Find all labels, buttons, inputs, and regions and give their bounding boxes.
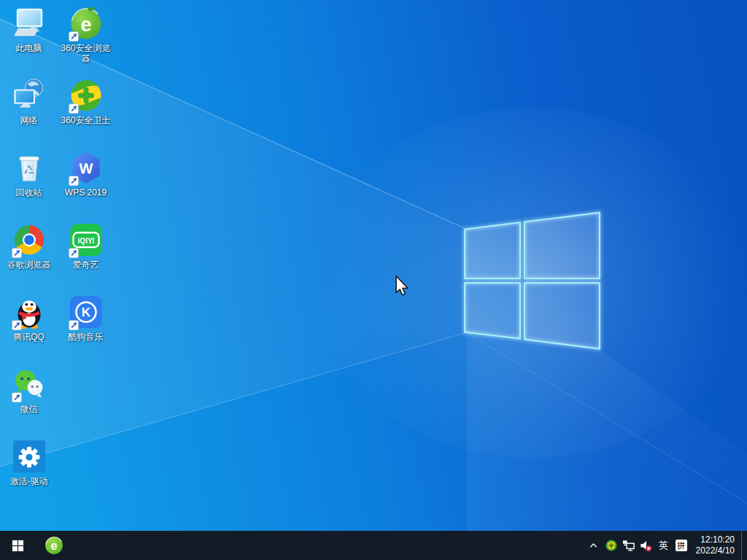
ethernet-network-icon xyxy=(622,539,635,553)
desktop-icon-wechat[interactable]: 微信 xyxy=(1,365,57,436)
network-icon xyxy=(12,78,47,113)
svg-text:e: e xyxy=(80,14,91,36)
icon-label: 微信 xyxy=(20,404,38,414)
icon-label: 谷歌浏览器 xyxy=(7,260,51,270)
chevron-up-icon xyxy=(588,540,599,551)
360-shield-icon xyxy=(605,539,618,552)
taskbar: e xyxy=(0,531,747,560)
ime-language-label: 英 xyxy=(659,539,668,552)
icon-label: 爱奇艺 xyxy=(73,260,99,270)
shortcut-arrow-badge xyxy=(69,31,79,42)
shortcut-arrow-badge xyxy=(12,248,22,258)
svg-text:iQIYI: iQIYI xyxy=(77,237,94,245)
icon-label: 360安全浏览器 xyxy=(59,43,113,63)
desktop-icon-network[interactable]: 网络 xyxy=(1,77,57,147)
desktop-icon-recycle-bin[interactable]: 回收站 xyxy=(1,149,57,219)
tray-network-button[interactable] xyxy=(620,531,638,560)
desktop-icon-kugou-music[interactable]: K 酷狗音乐 xyxy=(58,293,114,364)
desktop-icon-area: 此电脑 e 360安全浏览器 xyxy=(0,0,747,531)
ime-language-indicator[interactable]: 英 xyxy=(655,531,673,560)
icon-label: 激活-驱动 xyxy=(10,476,48,486)
shortcut-arrow-badge xyxy=(12,320,22,330)
speaker-muted-icon xyxy=(639,539,653,553)
hidden-icons-button[interactable] xyxy=(585,531,603,560)
taskbar-empty-area xyxy=(73,531,585,560)
360-browser-icon: e xyxy=(44,536,63,555)
shortcut-arrow-badge xyxy=(69,176,79,186)
taskbar-clock[interactable]: 12:10:20 2022/4/10 xyxy=(690,531,741,560)
desktop-icon-iqiyi[interactable]: iQIYI 爱奇艺 xyxy=(58,221,114,292)
desktop-icon-tencent-qq[interactable]: 腾讯QQ xyxy=(1,293,57,364)
icon-label: 酷狗音乐 xyxy=(69,332,104,342)
svg-text:e: e xyxy=(50,539,57,552)
this-pc-icon xyxy=(12,6,47,41)
desktop-icon-360-browser[interactable]: e 360安全浏览器 xyxy=(58,4,114,75)
icon-label: 网络 xyxy=(20,115,38,125)
icon-label: WPS 2019 xyxy=(65,187,107,198)
start-button[interactable] xyxy=(0,531,35,560)
desktop-icon-360-safe[interactable]: 360安全卫士 xyxy=(58,77,114,147)
icon-label: 此电脑 xyxy=(16,43,42,53)
shortcut-arrow-badge xyxy=(69,320,79,330)
desktop-icon-wps-2019[interactable]: W WPS 2019 xyxy=(58,149,114,219)
tray-360-safety-button[interactable] xyxy=(603,531,620,560)
ime-pinyin-label: 拼 xyxy=(676,540,687,551)
recycle-bin-icon xyxy=(12,150,47,185)
desktop-icon-activate-driver[interactable]: 激活-驱动 xyxy=(1,438,57,508)
ime-mode-indicator[interactable]: 拼 xyxy=(673,531,690,560)
svg-text:K: K xyxy=(81,306,90,319)
svg-text:W: W xyxy=(79,160,93,176)
clock-date: 2022/4/10 xyxy=(696,545,735,556)
gear-icon xyxy=(12,439,47,474)
shortcut-arrow-badge xyxy=(69,248,79,258)
shortcut-arrow-badge xyxy=(69,104,79,114)
shortcut-arrow-badge xyxy=(12,392,22,402)
icon-label: 回收站 xyxy=(16,187,42,198)
desktop-icon-this-pc[interactable]: 此电脑 xyxy=(1,4,57,75)
clock-time: 12:10:20 xyxy=(700,534,735,545)
windows-logo-icon xyxy=(12,540,24,552)
system-tray: 英 拼 12:10:20 2022/4/10 xyxy=(585,531,747,560)
icon-label: 360安全卫士 xyxy=(61,115,110,125)
taskbar-360-browser-button[interactable]: e xyxy=(35,531,73,560)
tray-volume-button[interactable] xyxy=(638,531,655,560)
desktop-icon-chrome[interactable]: 谷歌浏览器 xyxy=(1,221,57,292)
icon-label: 腾讯QQ xyxy=(13,332,44,342)
show-desktop-button[interactable] xyxy=(741,531,747,560)
